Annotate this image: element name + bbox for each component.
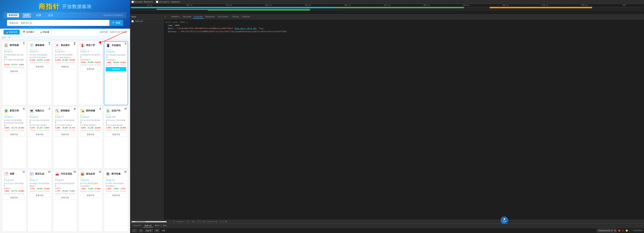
tab-compare[interactable]: 📊 同比最 — [38, 30, 52, 35]
third-party-checkbox[interactable] — [156, 1, 158, 3]
sub-count-baby: 子行业 10个 — [4, 179, 24, 182]
cat-card-bags: 👜 箱包皮具 14 ★★ 子行业 3个 其中女包 增长速度量慢 市场份额最大 1… — [78, 170, 102, 231]
cat-title-baby: 母婴 — [10, 172, 14, 175]
tab-timing[interactable]: Timing — [230, 15, 240, 19]
blocked-requests-label[interactable]: Blocked Requests — [132, 1, 153, 3]
sub-text-home-appliance: 其中家用用电器 增长速度量慢 — [4, 54, 24, 58]
stars-medical: ★★★ — [80, 114, 101, 116]
stat2-mobile: -48.94% — [113, 62, 119, 64]
stat3-medical: 18.44% — [94, 127, 101, 129]
search-icon: 🔍 — [112, 22, 115, 24]
sub-text-baby: 其中宝宝纪念 增长速度量慢 — [4, 182, 24, 187]
cat-title-jewelry: 珠宝礼品 — [35, 172, 44, 175]
stat2-medical: -31.16% — [87, 127, 94, 129]
detail-btn-books[interactable]: 查看详情 — [106, 193, 126, 198]
cat-title-food: 食品酒水 — [61, 44, 70, 47]
stars-books: ★ — [106, 177, 126, 179]
close-devtools-btn[interactable]: ✕ — [641, 224, 642, 227]
tab-cookies[interactable]: Cookies — [240, 15, 251, 19]
cat-card-sports: 🚴 运动户外 10 ★★★ 子行业 10个 其中运动出行 增长速度量慢 其中运动… — [104, 107, 128, 168]
sub-text-auto: 其中车身贴装 增长速度量慢 — [55, 182, 76, 187]
waterfall-bar-1 — [156, 9, 310, 10]
nav-item-category[interactable]: 品类 — [22, 13, 31, 18]
detail-btn-bags[interactable]: 查看详情 — [80, 193, 101, 198]
cat-card-home-appliance: 🏠 家用电器 🥇 ★★★★★ 子行业 6个 其中家用用电器 增长速度量慢 其中大… — [2, 41, 26, 105]
close-col-btn[interactable]: ✕ — [164, 16, 167, 18]
detail-btn-jewelry[interactable]: 查看详情 — [29, 193, 50, 198]
cat-title-bags: 箱包皮具 — [86, 172, 95, 175]
copy-link[interactable]: Copy — [259, 27, 264, 30]
cat-icon-computer: 💻 — [29, 108, 34, 113]
catlist-request-row[interactable]: catList — [130, 19, 163, 23]
cat-card-mobile: 📱 手机数码 5 ★★★★ 子行业 4个 其中手机及配 增长速度量慢 市场份额最… — [104, 41, 128, 105]
cat-icon-auto: 🚗 — [55, 171, 60, 176]
devtools-eye-btn[interactable]: 👁 — [154, 229, 160, 232]
cat-card-food: 🍷 食品酒水 🥉 ★★★★★ 子行业 10个 其中生鲜 增长速度量慢 其中大幅度… — [53, 41, 77, 105]
detail-btn-computer[interactable]: 查看详情 — [29, 132, 50, 137]
detail-btn-baby[interactable]: 查看详情 — [4, 195, 24, 200]
tl-400ms: 400 ms — [407, 4, 446, 6]
detail-btn-food[interactable]: 查看详情 — [55, 65, 76, 69]
sub-count-computer: 子行业 6个 — [29, 116, 50, 118]
requests-count: 1 / 15 requests — [169, 221, 184, 223]
cat-card-auto: 🚗 汽车及用品 13 ★★ 子行业 8个 其中车身贴装 增长速度量慢 增速最大 … — [53, 170, 77, 231]
stat1-mobile: 7.89% — [106, 62, 112, 64]
search-bar: 🔍 搜索 — [7, 20, 123, 26]
blocked-requests-checkbox[interactable] — [132, 1, 134, 3]
search-button[interactable]: 🔍 搜索 — [109, 20, 123, 26]
json-data-value: "LIZ+BuGWAtTDXhr9Bh6GN8tV2ucxHjDQMCptavZ… — [176, 27, 233, 30]
devtools-circle-btn[interactable]: ⊙ — [138, 229, 143, 232]
nav-item-company[interactable]: 企业 — [46, 13, 55, 17]
detail-btn-beauty[interactable]: 查看详情 — [80, 67, 101, 71]
devtools-top-btn[interactable]: top ▼ — [145, 229, 153, 232]
stars-clothing: ★★★★★ — [29, 48, 50, 50]
status-bar-right: Default levels ▼ 🔴 92 🟡 1 5 翻滚额滑量 — [597, 229, 642, 232]
stars-bags: ★★ — [80, 177, 101, 179]
detail-btn-auto[interactable]: 查看详情 — [55, 195, 76, 200]
detail-btn-home-deco[interactable]: 查看详情 — [55, 132, 76, 137]
tab-whats-new[interactable]: What's New — [154, 224, 168, 227]
waterfall-row-1 — [131, 9, 643, 10]
tab-console[interactable]: Console — [132, 224, 142, 227]
default-levels-select[interactable]: Default levels ▼ — [597, 229, 617, 232]
third-party-label[interactable]: 3rd-party requests — [156, 1, 180, 3]
detail-btn-clothing[interactable]: 查看详情 — [29, 65, 50, 69]
arrow-down-label — [9, 37, 10, 39]
console-input[interactable] — [161, 229, 595, 232]
detail-btn-sports[interactable]: 查看详情 — [106, 132, 126, 137]
header-banner: 商指针 开放数据板块 首首买的 品类 品牌 企业 2023年07月经营状况 🔍 … — [0, 0, 130, 29]
panel-tabs: Headers Payload Preview Response Initiat… — [170, 15, 252, 19]
scroll-thumb — [135, 221, 146, 222]
nav-item-brand[interactable]: 品牌 — [34, 13, 43, 17]
sub-count-home-deco: 子行业 7个 — [55, 116, 76, 118]
tl-200ms: 200 ms — [249, 4, 288, 6]
tab-preview[interactable]: Preview — [193, 15, 204, 19]
stat3-computer: 4.95% — [44, 127, 50, 129]
show-more-link[interactable]: Show more (20.8 kB) — [234, 27, 257, 30]
detail-btn-home-daily[interactable]: 查看详情 — [4, 132, 24, 137]
waterfall-rows — [130, 9, 644, 11]
scroll-track[interactable] — [132, 221, 167, 222]
detail-btn-mobile[interactable]: 查看详情 — [106, 67, 126, 71]
detail-btn-home-appliance[interactable]: 查看详情 — [4, 69, 24, 74]
devtools-clear-btn[interactable]: 🚫 — [132, 229, 137, 232]
stars-computer: ★★★ — [29, 114, 50, 116]
tab-headers[interactable]: Headers — [170, 15, 181, 19]
json-expand-icon[interactable]: ▼ — [166, 21, 167, 24]
left-panel: 商指针 开放数据板块 首首买的 品类 品牌 企业 2023年07月经营状况 🔍 … — [0, 0, 130, 233]
search-input[interactable] — [7, 20, 109, 26]
catlist-row-checkbox[interactable] — [132, 20, 134, 22]
detail-btn-medical[interactable]: 查看详情 — [80, 132, 101, 137]
tab-hot-products[interactable]: 🔥 热卖品类 — [4, 30, 20, 35]
tab-response[interactable]: Response — [204, 15, 216, 19]
stat2-bags: -72.89% — [87, 188, 94, 190]
badge-bags: 14 — [98, 171, 102, 173]
compare-icon: 📊 — [40, 31, 42, 33]
tab-search[interactable]: Search — [143, 224, 153, 227]
sub-count-bags: 子行业 3个 — [80, 179, 101, 182]
stat1-clothing: 12.15% — [29, 59, 36, 61]
tl-500ms: 500 ms — [486, 4, 526, 6]
tab-initiator[interactable]: Initiator — [216, 15, 230, 19]
tab-monthly[interactable]: 📅 当月新计 — [20, 30, 36, 35]
tab-payload[interactable]: Payload — [182, 15, 192, 19]
